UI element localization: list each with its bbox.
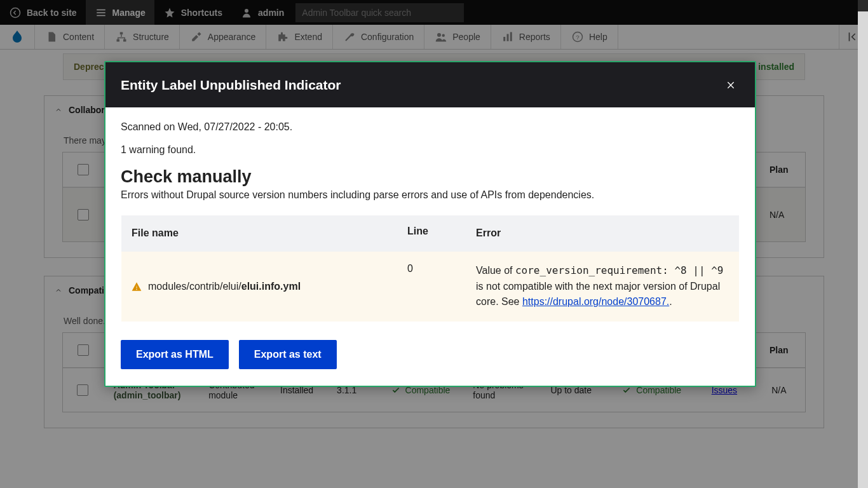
col-line: Line <box>397 215 466 252</box>
modal-header: Entity Label Unpublished Indicator <box>105 62 755 107</box>
modal-title: Entity Label Unpublished Indicator <box>121 78 341 93</box>
warning-link[interactable]: https://drupal.org/node/3070687. <box>522 296 669 307</box>
warning-line: 0 <box>397 252 466 322</box>
warning-error: Value of core_version_requirement: ^8 ||… <box>466 252 739 322</box>
modal-close-button[interactable] <box>722 76 740 94</box>
warning-file: modules/contrib/elui/elui.info.yml <box>121 252 397 322</box>
modal-body: Scanned on Wed, 07/27/2022 - 20:05. 1 wa… <box>105 107 755 386</box>
scrollbar-thumb[interactable] <box>858 0 868 11</box>
modal-actions: Export as HTML Export as text <box>121 340 740 369</box>
warning-icon <box>132 281 142 292</box>
modal-check-sub: Errors without Drupal source version num… <box>121 189 740 201</box>
modal: Entity Label Unpublished Indicator Scann… <box>104 61 756 387</box>
warning-thead: File name Line Error <box>121 215 739 252</box>
modal-scanned: Scanned on Wed, 07/27/2022 - 20:05. <box>121 121 740 133</box>
warning-table: File name Line Error modules/contrib/elu… <box>121 215 740 322</box>
export-html-button[interactable]: Export as HTML <box>121 340 229 369</box>
modal-warnings: 1 warning found. <box>121 144 740 156</box>
export-text-button[interactable]: Export as text <box>239 340 337 369</box>
warning-row: modules/contrib/elui/elui.info.yml 0 Val… <box>121 252 739 322</box>
modal-check-heading: Check manually <box>121 167 740 187</box>
scrollbar[interactable] <box>858 0 868 488</box>
col-error: Error <box>466 215 739 252</box>
col-file: File name <box>121 215 397 252</box>
